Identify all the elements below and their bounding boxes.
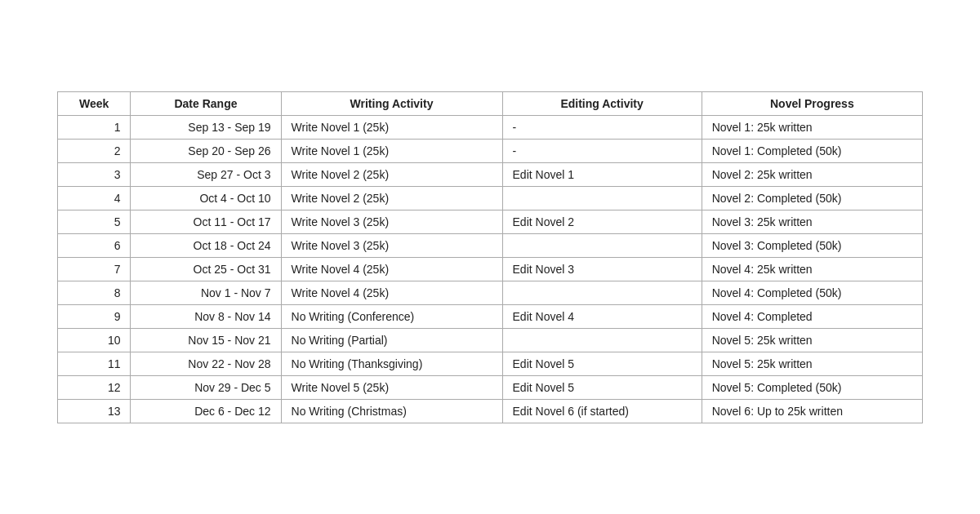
date-range: Sep 20 - Sep 26 [131, 139, 281, 162]
col-header-writing: Writing Activity [281, 91, 502, 115]
novel-progress: Novel 3: Completed (50k) [702, 233, 922, 257]
week-num: 4 [58, 186, 131, 210]
col-header-progress: Novel Progress [702, 91, 922, 115]
novel-progress: Novel 2: 25k written [702, 162, 922, 186]
novel-progress: Novel 4: Completed (50k) [702, 281, 922, 304]
week-num: 7 [58, 257, 131, 281]
writing-activity: Write Novel 3 (25k) [281, 233, 502, 257]
novel-progress: Novel 5: Completed (50k) [702, 375, 922, 399]
schedule-table: Week Date Range Writing Activity Editing… [57, 91, 923, 423]
table-row: 10Nov 15 - Nov 21No Writing (Partial)Nov… [58, 328, 923, 352]
week-num: 11 [58, 352, 131, 375]
table-row: 1Sep 13 - Sep 19Write Novel 1 (25k)-Nove… [58, 115, 923, 139]
table-row: 13Dec 6 - Dec 12No Writing (Christmas)Ed… [58, 399, 923, 423]
date-range: Sep 27 - Oct 3 [131, 162, 281, 186]
col-header-date: Date Range [131, 91, 281, 115]
date-range: Nov 29 - Dec 5 [131, 375, 281, 399]
editing-activity: Edit Novel 4 [502, 304, 702, 328]
table-row: 4Oct 4 - Oct 10Write Novel 2 (25k)Novel … [58, 186, 923, 210]
novel-progress: Novel 4: Completed [702, 304, 922, 328]
table-row: 5Oct 11 - Oct 17Write Novel 3 (25k)Edit … [58, 210, 923, 233]
week-num: 10 [58, 328, 131, 352]
week-num: 5 [58, 210, 131, 233]
writing-activity: Write Novel 1 (25k) [281, 115, 502, 139]
editing-activity [502, 186, 702, 210]
editing-activity [502, 233, 702, 257]
table-row: 2Sep 20 - Sep 26Write Novel 1 (25k)-Nove… [58, 139, 923, 162]
novel-progress: Novel 1: 25k written [702, 115, 922, 139]
week-num: 1 [58, 115, 131, 139]
editing-activity: Edit Novel 1 [502, 162, 702, 186]
col-header-editing: Editing Activity [502, 91, 702, 115]
editing-activity: - [502, 115, 702, 139]
table-row: 8Nov 1 - Nov 7Write Novel 4 (25k)Novel 4… [58, 281, 923, 304]
novel-progress: Novel 2: Completed (50k) [702, 186, 922, 210]
editing-activity: - [502, 139, 702, 162]
week-num: 3 [58, 162, 131, 186]
table-row: 6Oct 18 - Oct 24Write Novel 3 (25k)Novel… [58, 233, 923, 257]
date-range: Sep 13 - Sep 19 [131, 115, 281, 139]
editing-activity: Edit Novel 5 [502, 352, 702, 375]
table-row: 9Nov 8 - Nov 14No Writing (Conference)Ed… [58, 304, 923, 328]
editing-activity [502, 281, 702, 304]
novel-progress: Novel 5: 25k written [702, 328, 922, 352]
table-row: 7Oct 25 - Oct 31Write Novel 4 (25k)Edit … [58, 257, 923, 281]
novel-progress: Novel 4: 25k written [702, 257, 922, 281]
editing-activity: Edit Novel 3 [502, 257, 702, 281]
writing-activity: Write Novel 2 (25k) [281, 186, 502, 210]
writing-activity: Write Novel 4 (25k) [281, 281, 502, 304]
date-range: Nov 1 - Nov 7 [131, 281, 281, 304]
editing-activity [502, 328, 702, 352]
table-row: 11Nov 22 - Nov 28No Writing (Thanksgivin… [58, 352, 923, 375]
table-row: 3Sep 27 - Oct 3Write Novel 2 (25k)Edit N… [58, 162, 923, 186]
date-range: Nov 8 - Nov 14 [131, 304, 281, 328]
writing-activity: Write Novel 3 (25k) [281, 210, 502, 233]
editing-activity: Edit Novel 6 (if started) [502, 399, 702, 423]
writing-activity: Write Novel 4 (25k) [281, 257, 502, 281]
week-num: 6 [58, 233, 131, 257]
col-header-week: Week [58, 91, 131, 115]
novel-progress: Novel 3: 25k written [702, 210, 922, 233]
week-num: 2 [58, 139, 131, 162]
novel-progress: Novel 6: Up to 25k written [702, 399, 922, 423]
writing-activity: Write Novel 5 (25k) [281, 375, 502, 399]
main-container: Week Date Range Writing Activity Editing… [41, 75, 939, 440]
writing-activity: No Writing (Partial) [281, 328, 502, 352]
table-row: 12Nov 29 - Dec 5Write Novel 5 (25k)Edit … [58, 375, 923, 399]
writing-activity: Write Novel 1 (25k) [281, 139, 502, 162]
date-range: Oct 25 - Oct 31 [131, 257, 281, 281]
date-range: Nov 22 - Nov 28 [131, 352, 281, 375]
editing-activity: Edit Novel 2 [502, 210, 702, 233]
editing-activity: Edit Novel 5 [502, 375, 702, 399]
novel-progress: Novel 5: 25k written [702, 352, 922, 375]
week-num: 8 [58, 281, 131, 304]
date-range: Oct 18 - Oct 24 [131, 233, 281, 257]
writing-activity: Write Novel 2 (25k) [281, 162, 502, 186]
date-range: Oct 11 - Oct 17 [131, 210, 281, 233]
novel-progress: Novel 1: Completed (50k) [702, 139, 922, 162]
week-num: 9 [58, 304, 131, 328]
week-num: 13 [58, 399, 131, 423]
date-range: Dec 6 - Dec 12 [131, 399, 281, 423]
writing-activity: No Writing (Thanksgiving) [281, 352, 502, 375]
date-range: Oct 4 - Oct 10 [131, 186, 281, 210]
week-num: 12 [58, 375, 131, 399]
writing-activity: No Writing (Conference) [281, 304, 502, 328]
writing-activity: No Writing (Christmas) [281, 399, 502, 423]
date-range: Nov 15 - Nov 21 [131, 328, 281, 352]
